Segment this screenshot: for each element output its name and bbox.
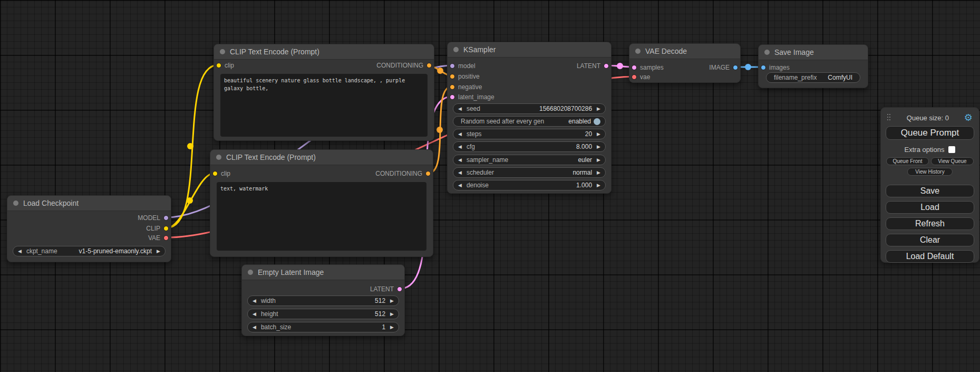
ckpt-name-widget[interactable]: ◀ ckpt_name v1-5-pruned-emaonly.ckpt ▶ (13, 246, 166, 256)
refresh-button[interactable]: Refresh (886, 217, 974, 230)
decrement-arrow-icon[interactable]: ◀ (458, 170, 462, 175)
increment-arrow-icon[interactable]: ▶ (157, 249, 160, 254)
port-label: MODEL (138, 214, 160, 222)
increment-arrow-icon[interactable]: ▶ (390, 299, 394, 303)
scheduler-widget[interactable]: ◀ scheduler normal ▶ (453, 167, 606, 178)
node-empty-latent-image[interactable]: Empty Latent Image LATENT ◀ width 512 ▶ … (241, 264, 405, 336)
filename-prefix-widget[interactable]: filename_prefix ComfyUI (766, 72, 860, 83)
node-ksampler[interactable]: KSampler model positive negative latent_… (447, 42, 612, 194)
collapse-dot[interactable] (635, 49, 641, 54)
increment-arrow-icon[interactable]: ▶ (390, 312, 394, 317)
increment-arrow-icon[interactable]: ▶ (597, 132, 600, 137)
random-seed-widget[interactable]: Random seed after every gen enabled (453, 116, 606, 127)
input-port-model: model (450, 61, 476, 71)
queue-prompt-button[interactable]: Queue Prompt (886, 126, 974, 140)
latent-port-dot[interactable] (450, 94, 455, 100)
decrement-arrow-icon[interactable]: ◀ (458, 132, 462, 137)
output-port-latent: LATENT (577, 61, 609, 71)
positive-prompt-textarea[interactable]: beautiful scenery nature glass bottle la… (220, 74, 428, 137)
vae-port-dot[interactable] (163, 235, 169, 241)
node-save-image[interactable]: Save Image images filename_prefix ComfyU… (758, 44, 868, 88)
decrement-arrow-icon[interactable]: ◀ (253, 325, 256, 330)
port-label: latent_image (458, 93, 494, 101)
increment-arrow-icon[interactable]: ▶ (597, 145, 600, 149)
latent-port-dot[interactable] (632, 65, 637, 70)
clip-port-dot[interactable] (163, 226, 169, 231)
view-queue-button[interactable]: View Queue (931, 157, 974, 165)
node-title: Empty Latent Image (258, 268, 324, 276)
node-load-checkpoint[interactable]: Load Checkpoint MODEL CLIP VAE ◀ ckpt_na… (7, 195, 171, 262)
increment-arrow-icon[interactable]: ▶ (390, 325, 394, 330)
collapse-dot[interactable] (248, 270, 253, 275)
input-port-vae: vae (632, 72, 650, 82)
queue-front-button[interactable]: Queue Front (886, 157, 929, 165)
image-port-dot[interactable] (761, 65, 766, 70)
image-port-dot[interactable] (733, 65, 738, 70)
collapse-dot[interactable] (220, 49, 225, 54)
height-widget[interactable]: ◀ height 512 ▶ (247, 309, 399, 319)
steps-widget[interactable]: ◀ steps 20 ▶ (453, 129, 606, 139)
output-port-image: IMAGE (709, 62, 738, 73)
extra-options-checkbox[interactable] (948, 146, 955, 153)
collapse-dot[interactable] (216, 155, 221, 160)
save-button[interactable]: Save (886, 185, 974, 197)
random-seed-toggle[interactable] (594, 118, 600, 125)
load-button[interactable]: Load (886, 201, 974, 214)
negative-prompt-textarea[interactable]: text, watermark (217, 182, 426, 251)
batch-size-widget[interactable]: ◀ batch_size 1 ▶ (247, 322, 399, 332)
decrement-arrow-icon[interactable]: ◀ (18, 249, 22, 254)
menu-header: Queue size: 0 ⚙ (881, 108, 979, 123)
collapse-dot[interactable] (453, 47, 459, 52)
conditioning-port-dot[interactable] (426, 63, 432, 68)
denoise-widget[interactable]: ◀ denoise 1.000 ▶ (453, 180, 606, 190)
increment-arrow-icon[interactable]: ▶ (597, 170, 600, 175)
latent-port-dot[interactable] (604, 63, 609, 69)
increment-arrow-icon[interactable]: ▶ (597, 107, 600, 111)
conditioning-port-dot[interactable] (450, 74, 455, 79)
clip-port-dot[interactable] (216, 63, 221, 68)
drag-handle-icon[interactable] (887, 114, 891, 122)
decrement-arrow-icon[interactable]: ◀ (253, 299, 256, 303)
decrement-arrow-icon[interactable]: ◀ (458, 158, 462, 163)
decrement-arrow-icon[interactable]: ◀ (458, 107, 462, 111)
decrement-arrow-icon[interactable]: ◀ (253, 312, 256, 317)
node-clip-text-encode-positive[interactable]: CLIP Text Encode (Prompt) clip CONDITION… (214, 44, 434, 141)
port-label: positive (458, 73, 480, 80)
settings-gear-icon[interactable]: ⚙ (964, 113, 973, 122)
seed-widget[interactable]: ◀ seed 156680208700286 ▶ (453, 103, 606, 114)
port-label: CLIP (146, 225, 160, 232)
width-widget[interactable]: ◀ width 512 ▶ (247, 295, 399, 306)
node-clip-text-encode-negative[interactable]: CLIP Text Encode (Prompt) clip CONDITION… (210, 149, 433, 257)
collapse-dot[interactable] (764, 50, 770, 55)
sampler-name-widget[interactable]: ◀ sampler_name euler ▶ (453, 155, 606, 165)
increment-arrow-icon[interactable]: ▶ (597, 183, 600, 188)
decrement-arrow-icon[interactable]: ◀ (458, 145, 462, 149)
collapse-dot[interactable] (13, 201, 18, 206)
increment-arrow-icon[interactable]: ▶ (597, 158, 600, 163)
node-title: KSampler (463, 45, 496, 54)
node-title-bar: Empty Latent Image (242, 265, 404, 280)
output-port-latent: LATENT (370, 284, 402, 294)
port-label: vae (640, 73, 650, 81)
conditioning-port-dot[interactable] (450, 84, 455, 90)
port-label: model (458, 62, 476, 70)
node-title-bar: CLIP Text Encode (Prompt) (214, 44, 434, 60)
model-port-dot[interactable] (450, 63, 455, 69)
conditioning-port-dot[interactable] (425, 171, 431, 176)
latent-port-dot[interactable] (397, 287, 402, 292)
node-title: VAE Decode (645, 47, 687, 55)
input-port-clip: clip (216, 60, 234, 71)
vae-port-dot[interactable] (632, 74, 637, 80)
view-history-button[interactable]: View History (907, 168, 953, 176)
node-vae-decode[interactable]: VAE Decode samples vae IMAGE (629, 43, 741, 83)
clip-port-dot[interactable] (212, 171, 218, 176)
model-port-dot[interactable] (163, 215, 169, 221)
decrement-arrow-icon[interactable]: ◀ (458, 183, 462, 188)
output-port-model: MODEL (138, 213, 169, 223)
port-label: LATENT (577, 62, 600, 70)
cfg-widget[interactable]: ◀ cfg 8.000 ▶ (453, 141, 606, 152)
load-default-button[interactable]: Load Default (886, 250, 974, 263)
queue-menu-panel: Queue size: 0 ⚙ Queue Prompt Extra optio… (880, 107, 979, 263)
input-port-positive: positive (450, 71, 480, 82)
clear-button[interactable]: Clear (886, 234, 974, 246)
